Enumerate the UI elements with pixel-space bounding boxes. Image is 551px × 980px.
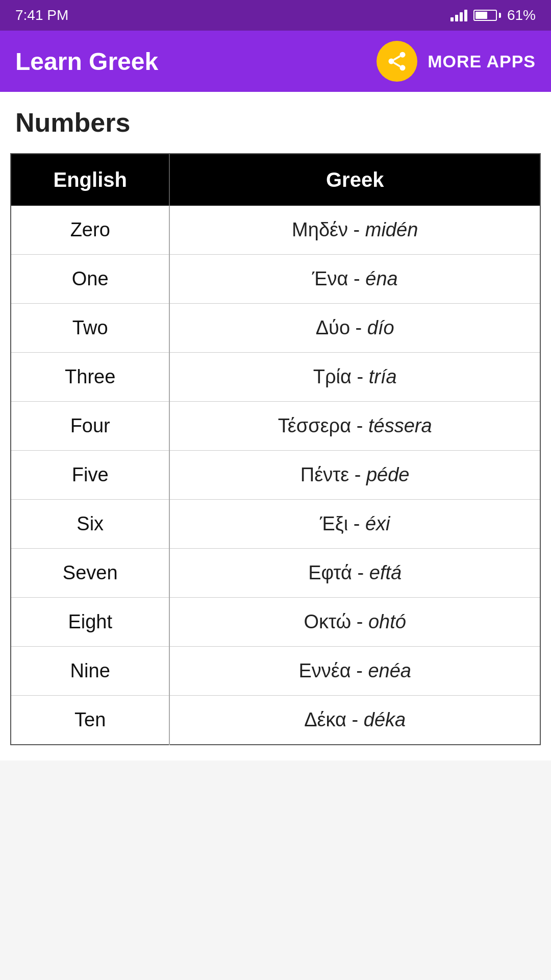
greek-transliteration: eftá (369, 562, 402, 583)
cell-english: Nine (11, 647, 169, 696)
greek-word: Τέσσερα - (278, 415, 368, 436)
greek-word: Εννέα - (298, 660, 368, 681)
cell-greek: Δέκα - déka (169, 696, 540, 745)
share-button[interactable] (377, 41, 417, 82)
cell-greek: Μηδέν - midén (169, 206, 540, 255)
more-apps-button[interactable]: MORE APPS (428, 52, 536, 71)
svg-point-2 (400, 65, 406, 70)
cell-english: Six (11, 500, 169, 549)
cell-english: Eight (11, 598, 169, 647)
header-english: English (11, 154, 169, 206)
svg-line-3 (394, 63, 400, 66)
cell-greek: Έξι - éxi (169, 500, 540, 549)
battery-icon (473, 10, 501, 21)
cell-english: Seven (11, 549, 169, 598)
greek-transliteration: déka (364, 709, 406, 730)
greek-transliteration: midén (365, 219, 418, 240)
greek-transliteration: enéa (368, 660, 411, 681)
cell-greek: Οκτώ - ohtó (169, 598, 540, 647)
cell-english: Two (11, 304, 169, 353)
greek-transliteration: tría (369, 366, 397, 387)
table-row: NineΕννέα - enéa (11, 647, 540, 696)
greek-transliteration: éna (365, 268, 397, 289)
greek-transliteration: ohtó (368, 611, 406, 632)
table-row: ThreeΤρία - tría (11, 353, 540, 402)
table-row: EightΟκτώ - ohtó (11, 598, 540, 647)
greek-word: Δέκα - (304, 709, 364, 730)
table-row: ZeroΜηδέν - midén (11, 206, 540, 255)
cell-english: Three (11, 353, 169, 402)
greek-word: Πέντε - (300, 464, 366, 485)
cell-english: Zero (11, 206, 169, 255)
greek-word: Δύο - (316, 317, 367, 338)
cell-greek: Πέντε - péde (169, 451, 540, 500)
greek-word: Μηδέν - (292, 219, 365, 240)
table-row: FourΤέσσερα - téssera (11, 402, 540, 451)
page-content: Numbers English Greek ZeroΜηδέν - midénO… (0, 92, 551, 761)
status-bar: 7:41 PM 61% (0, 0, 551, 31)
signal-icon (450, 9, 467, 21)
greek-word: Έξι - (320, 513, 365, 534)
greek-transliteration: dío (367, 317, 394, 338)
cell-english: Four (11, 402, 169, 451)
cell-english: Five (11, 451, 169, 500)
greek-word: Τρία - (313, 366, 369, 387)
svg-line-4 (394, 56, 400, 60)
cell-greek: Εφτά - eftá (169, 549, 540, 598)
svg-point-1 (389, 59, 394, 64)
svg-point-0 (400, 52, 406, 58)
table-row: TenΔέκα - déka (11, 696, 540, 745)
greek-transliteration: péde (366, 464, 410, 485)
page-title: Numbers (10, 107, 541, 138)
greek-word: Εφτά - (308, 562, 369, 583)
status-indicators: 61% (450, 7, 536, 23)
table-row: SevenΕφτά - eftá (11, 549, 540, 598)
battery-percentage: 61% (507, 7, 536, 23)
app-title: Learn Greek (15, 47, 366, 76)
cell-english: Ten (11, 696, 169, 745)
cell-greek: Τρία - tría (169, 353, 540, 402)
app-bar: Learn Greek MORE APPS (0, 31, 551, 92)
header-greek: Greek (169, 154, 540, 206)
cell-greek: Δύο - dío (169, 304, 540, 353)
greek-transliteration: éxi (365, 513, 390, 534)
table-row: OneΈνα - éna (11, 255, 540, 304)
status-time: 7:41 PM (15, 7, 68, 23)
table-header-row: English Greek (11, 154, 540, 206)
greek-word: Ένα - (312, 268, 366, 289)
cell-greek: Εννέα - enéa (169, 647, 540, 696)
cell-greek: Τέσσερα - téssera (169, 402, 540, 451)
greek-transliteration: téssera (368, 415, 432, 436)
table-row: TwoΔύο - dío (11, 304, 540, 353)
table-row: FiveΠέντε - péde (11, 451, 540, 500)
numbers-table: English Greek ZeroΜηδέν - midénOneΈνα - … (10, 153, 541, 745)
share-icon (386, 50, 408, 72)
cell-greek: Ένα - éna (169, 255, 540, 304)
greek-word: Οκτώ - (304, 611, 368, 632)
table-row: SixΈξι - éxi (11, 500, 540, 549)
cell-english: One (11, 255, 169, 304)
